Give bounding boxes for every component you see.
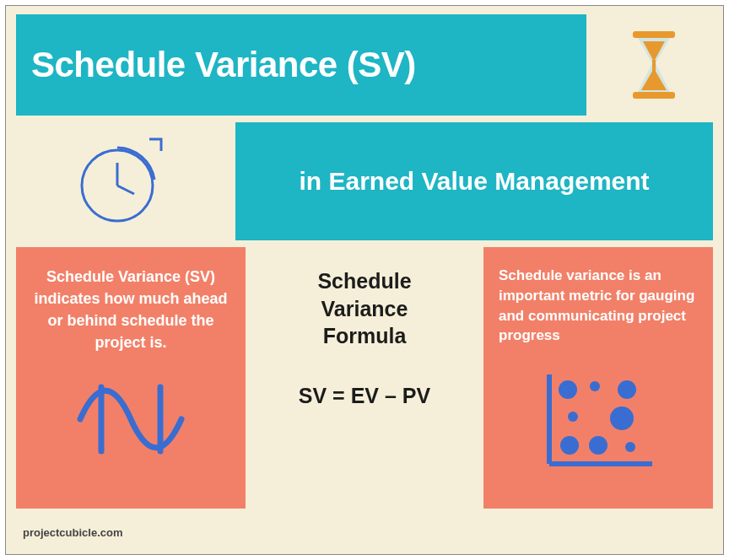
- footer-row: projectcubicle.com: [16, 515, 713, 549]
- clock-tile: [16, 122, 227, 240]
- svg-point-11: [590, 381, 600, 391]
- svg-rect-0: [633, 31, 675, 38]
- infographic-frame: Schedule Variance (SV) in Earn: [5, 5, 724, 555]
- formula-heading-line1: Schedule: [317, 269, 411, 293]
- svg-point-12: [618, 380, 636, 399]
- subtitle-tile: in Earned Value Management: [235, 122, 713, 240]
- svg-rect-2: [652, 60, 656, 72]
- formula-tile: Schedule Variance Formula SV = EV – PV: [254, 247, 475, 509]
- definition-tile: Schedule Variance (SV) indicates how muc…: [16, 247, 246, 509]
- subtitle-row: in Earned Value Management: [16, 122, 713, 240]
- hourglass-tile: [595, 14, 713, 116]
- svg-point-17: [625, 442, 635, 452]
- svg-point-14: [610, 407, 634, 430]
- subtitle-text: in Earned Value Management: [299, 167, 649, 196]
- content-row: Schedule Variance (SV) indicates how muc…: [16, 247, 713, 509]
- wave-icon: [76, 377, 186, 461]
- svg-point-10: [559, 380, 577, 399]
- formula-heading: Schedule Variance Formula: [317, 267, 411, 350]
- scatter-plot-icon: [539, 369, 657, 471]
- formula-heading-line2: Variance: [321, 297, 408, 320]
- header-row: Schedule Variance (SV): [16, 14, 713, 116]
- importance-tile: Schedule variance is an important metric…: [483, 247, 713, 509]
- svg-point-13: [568, 412, 578, 422]
- svg-line-5: [117, 186, 134, 194]
- formula-equation: SV = EV – PV: [299, 384, 430, 408]
- svg-point-16: [589, 436, 608, 455]
- title-tile: Schedule Variance (SV): [16, 14, 586, 116]
- page-title: Schedule Variance (SV): [31, 45, 416, 85]
- svg-rect-1: [633, 92, 675, 99]
- importance-text: Schedule variance is an important metric…: [499, 266, 698, 346]
- definition-text: Schedule Variance (SV) indicates how muc…: [31, 266, 230, 353]
- hourglass-icon: [628, 31, 680, 99]
- svg-point-15: [560, 436, 579, 455]
- formula-heading-line3: Formula: [323, 324, 407, 347]
- credit-text: projectcubicle.com: [16, 526, 122, 539]
- clock-arrow-icon: [67, 131, 176, 232]
